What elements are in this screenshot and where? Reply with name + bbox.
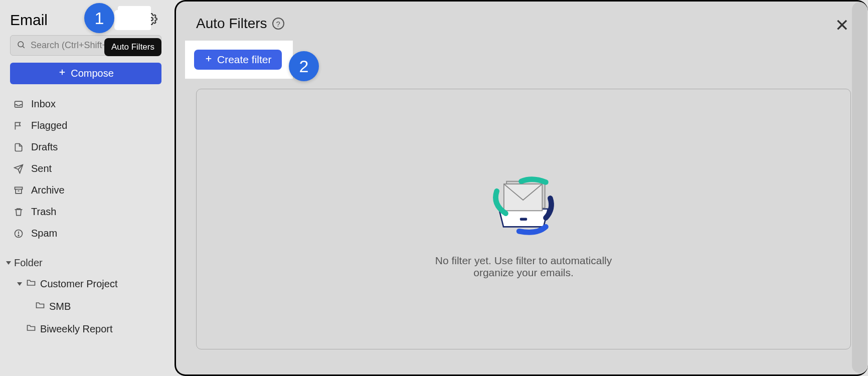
create-filter-highlight: Create filter	[185, 41, 293, 79]
svg-point-7	[18, 42, 24, 47]
svg-point-16	[18, 235, 19, 236]
folder-icon	[35, 300, 45, 313]
nav-item-archive[interactable]: Archive	[6, 179, 165, 201]
nav-label: Spam	[31, 228, 57, 239]
folder-label: Biweekly Report	[40, 323, 113, 335]
svg-line-8	[23, 46, 24, 48]
spam-icon	[13, 228, 24, 239]
folder-icon	[26, 278, 36, 290]
callout-number: 1	[95, 9, 104, 28]
folder-smb[interactable]: SMB	[6, 295, 165, 318]
nav-item-trash[interactable]: Trash	[6, 201, 165, 223]
close-icon: ✕	[835, 16, 849, 35]
svg-rect-19	[520, 218, 527, 220]
nav-item-drafts[interactable]: Drafts	[6, 136, 165, 158]
panel-title: Auto Filters	[196, 16, 267, 32]
compose-button[interactable]: Compose	[10, 63, 161, 84]
email-app-title: Email	[10, 12, 48, 29]
folder-customer-project[interactable]: Customer Project	[6, 273, 165, 295]
inbox-icon	[13, 99, 24, 110]
create-filter-button[interactable]: Create filter	[194, 50, 282, 70]
search-icon	[17, 40, 26, 51]
annotation-highlight-1	[118, 6, 151, 30]
nav-item-spam[interactable]: Spam	[6, 223, 165, 244]
nav-label: Inbox	[31, 98, 56, 110]
plus-icon	[58, 68, 67, 79]
nav-label: Archive	[31, 184, 65, 196]
caret-down-icon	[17, 282, 22, 286]
empty-state-text: No filter yet. Use filter to automatical…	[418, 255, 629, 279]
compose-label: Compose	[71, 68, 114, 79]
flag-icon	[13, 120, 24, 131]
panel-header: Auto Filters ?	[196, 16, 851, 32]
nav-label: Trash	[31, 206, 56, 218]
trash-icon	[13, 207, 24, 218]
close-button[interactable]: ✕	[835, 17, 849, 34]
scrollbar[interactable]	[852, 2, 867, 373]
nav-label: Drafts	[31, 141, 58, 153]
nav-item-inbox[interactable]: Inbox	[6, 93, 165, 115]
folder-header-label: Folder	[14, 257, 43, 269]
folder-label: SMB	[49, 301, 71, 312]
tooltip-text: Auto Filters	[111, 42, 154, 52]
drafts-icon	[13, 142, 24, 153]
create-filter-label: Create filter	[217, 54, 272, 66]
callout-number: 2	[299, 57, 309, 76]
archive-icon	[13, 185, 24, 196]
folder-label: Customer Project	[40, 278, 118, 290]
auto-filters-panel: Auto Filters ? ✕ Create filter	[175, 0, 868, 376]
svg-rect-12	[15, 187, 23, 189]
caret-down-icon	[6, 261, 11, 265]
sent-icon	[13, 163, 24, 174]
nav-label: Flagged	[31, 120, 67, 131]
plus-icon	[204, 54, 213, 66]
nav-label: Sent	[31, 163, 52, 174]
main-area: Auto Filters ? ✕ Create filter	[171, 0, 868, 376]
sidebar: Email	[0, 0, 171, 376]
nav-item-flagged[interactable]: Flagged	[6, 115, 165, 136]
svg-rect-21	[504, 184, 542, 211]
annotation-callout-1: 1	[84, 3, 114, 33]
auto-filters-tooltip: Auto Filters	[104, 38, 161, 56]
annotation-callout-2: 2	[289, 51, 319, 81]
empty-illustration	[478, 160, 569, 243]
help-icon[interactable]: ?	[272, 18, 284, 30]
folder-section-header[interactable]: Folder	[6, 251, 165, 273]
folder-icon	[26, 323, 36, 335]
nav-item-sent[interactable]: Sent	[6, 158, 165, 179]
nav-list: Inbox Flagged Drafts Sent	[6, 93, 165, 244]
folder-biweekly-report[interactable]: Biweekly Report	[6, 318, 165, 340]
filters-empty-state: No filter yet. Use filter to automatical…	[196, 89, 851, 349]
